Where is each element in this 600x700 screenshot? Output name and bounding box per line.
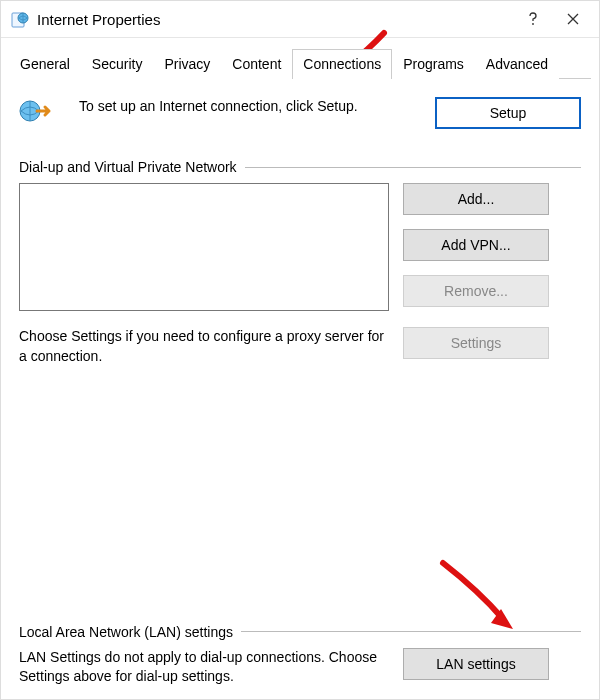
tab-connections[interactable]: Connections [292,49,392,79]
remove-button: Remove... [403,275,549,307]
tab-content[interactable]: Content [221,49,292,79]
choose-settings-text: Choose Settings if you need to configure… [19,327,389,366]
internet-properties-dialog: Internet Properties General Security Pri… [0,0,600,700]
setup-row: To set up an Internet connection, click … [19,97,581,129]
setup-text: To set up an Internet connection, click … [59,97,435,117]
tab-security[interactable]: Security [81,49,154,79]
section-divider [241,631,581,632]
lan-settings-button[interactable]: LAN settings [403,648,549,680]
tab-general[interactable]: General [9,49,81,79]
add-button[interactable]: Add... [403,183,549,215]
dialup-heading: Dial-up and Virtual Private Network [19,159,237,175]
tab-strip: General Security Privacy Content Connect… [9,48,591,79]
add-vpn-button[interactable]: Add VPN... [403,229,549,261]
tab-advanced[interactable]: Advanced [475,49,559,79]
lan-note: LAN Settings do not apply to dial-up con… [19,648,389,687]
dialup-settings-button: Settings [403,327,549,359]
connections-panel: To set up an Internet connection, click … [1,79,599,366]
dialup-heading-row: Dial-up and Virtual Private Network [19,159,581,175]
close-button[interactable] [553,5,593,33]
help-button[interactable] [513,5,553,33]
connection-wizard-icon [19,97,59,128]
tab-programs[interactable]: Programs [392,49,475,79]
title-bar: Internet Properties [1,1,599,38]
lan-section: Local Area Network (LAN) settings LAN Se… [19,624,581,687]
lan-heading: Local Area Network (LAN) settings [19,624,233,640]
section-divider [245,167,581,168]
tabs-container: General Security Privacy Content Connect… [1,38,599,79]
internet-options-icon [11,10,29,28]
lan-heading-row: Local Area Network (LAN) settings [19,624,581,640]
svg-point-2 [532,23,534,25]
dialup-section: Dial-up and Virtual Private Network Add.… [19,159,581,366]
setup-button[interactable]: Setup [435,97,581,129]
dialup-listbox[interactable] [19,183,389,311]
tab-privacy[interactable]: Privacy [153,49,221,79]
window-title: Internet Properties [37,11,160,28]
